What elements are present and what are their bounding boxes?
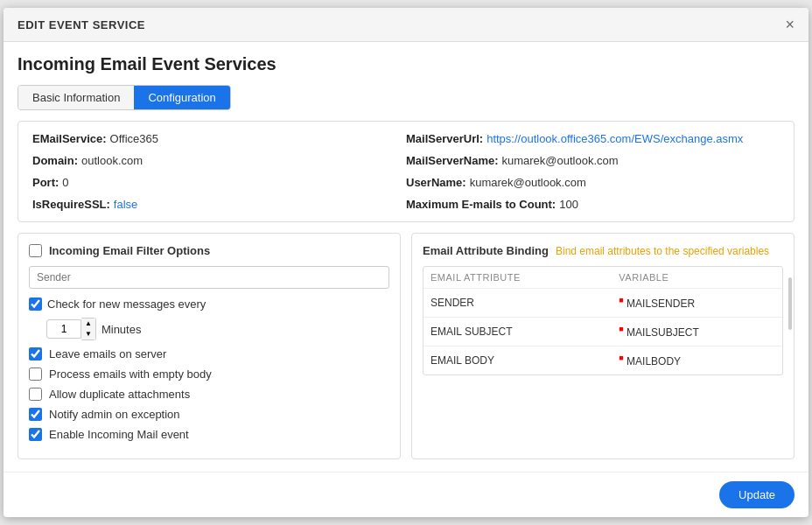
filter-input[interactable] (29, 266, 389, 289)
enable-mail-checkbox[interactable] (29, 428, 42, 441)
check-messages-row: Check for new messages every (29, 298, 389, 311)
right-panel-header: Email Attribute Binding Bind email attri… (423, 244, 783, 257)
notify-admin-label: Notify admin on exception (49, 408, 180, 421)
allow-duplicates-label: Allow duplicate attachments (49, 388, 190, 401)
modal-footer: Update (4, 472, 808, 517)
username-row: UserName: kumarek@outlook.com (406, 176, 780, 189)
enable-mail-label: Enable Incoming Mail event (49, 428, 189, 441)
process-empty-row: Process emails with empty body (29, 368, 389, 381)
notify-admin-row: Notify admin on exception (29, 408, 389, 421)
emailservice-value: Office365 (110, 132, 158, 145)
enable-mail-row: Enable Incoming Mail event (29, 428, 389, 441)
isrequiressl-label: IsRequireSSL: (32, 198, 110, 211)
port-value: 0 (62, 176, 68, 189)
table-row: EMAIL SUBJECT■ MAILSUBJECT (424, 318, 782, 346)
process-empty-label: Process emails with empty body (49, 368, 212, 381)
variable-cell[interactable]: ■ MAILBODY (612, 346, 782, 375)
check-messages-label: Check for new messages every (47, 298, 206, 311)
tab-bar: Basic Information Configuration (18, 85, 231, 110)
isrequiressl-value: false (114, 198, 137, 211)
leave-emails-label: Leave emails on server (49, 347, 166, 360)
maxemails-row: Maximum E-mails to Count: 100 (406, 198, 780, 211)
attribute-cell: SENDER (424, 289, 612, 318)
page-title: Incoming Email Event Services (18, 54, 794, 74)
modal: EDIT EVENT SERVICE × Incoming Email Even… (4, 8, 808, 516)
allow-duplicates-checkbox[interactable] (29, 388, 42, 401)
modal-title: EDIT EVENT SERVICE (18, 18, 145, 32)
spin-down-button[interactable]: ▼ (81, 329, 95, 340)
left-panel-header: Incoming Email Filter Options (29, 244, 389, 257)
mailservername-row: MailServerName: kumarek@outlook.com (406, 154, 780, 167)
allow-duplicates-row: Allow duplicate attachments (29, 388, 389, 401)
emailservice-row: EMailService: Office365 (32, 132, 406, 145)
table-row: EMAIL BODY■ MAILBODY (424, 346, 782, 375)
username-label: UserName: (406, 176, 466, 189)
info-section: EMailService: Office365 MailServerUrl: h… (18, 121, 794, 222)
variable-cell[interactable]: ■ MAILSENDER (612, 289, 782, 318)
check-messages-checkbox[interactable] (29, 298, 42, 311)
username-value: kumarek@outlook.com (470, 176, 586, 189)
mailservername-label: MailServerName: (406, 154, 499, 167)
notify-admin-checkbox[interactable] (29, 408, 42, 421)
update-button[interactable]: Update (719, 481, 794, 508)
right-panel: Email Attribute Binding Bind email attri… (411, 233, 794, 458)
close-button[interactable]: × (785, 17, 794, 32)
port-label: Port: (32, 176, 59, 189)
modal-body: Incoming Email Event Services Basic Info… (4, 42, 808, 471)
domain-value: outlook.com (81, 154, 143, 167)
tab-basic[interactable]: Basic Information (18, 86, 134, 109)
filter-options-checkbox[interactable] (29, 244, 42, 257)
emailservice-label: EMailService: (32, 132, 107, 145)
domain-row: Domain: outlook.com (32, 154, 406, 167)
modal-header: EDIT EVENT SERVICE × (4, 8, 808, 42)
right-panel-subtitle: Bind email attributes to the specified v… (556, 245, 769, 257)
process-empty-checkbox[interactable] (29, 368, 42, 381)
mailserverurl-row: MailServerUrl: https://outlook.office365… (406, 132, 780, 145)
mailserverurl-value: https://outlook.office365.com/EWS/exchan… (486, 132, 743, 145)
leave-emails-row: Leave emails on server (29, 347, 389, 360)
tab-configuration[interactable]: Configuration (134, 86, 229, 109)
left-panel-title: Incoming Email Filter Options (49, 244, 210, 257)
minutes-label: Minutes (102, 323, 142, 336)
minutes-input[interactable] (46, 319, 81, 339)
table-header-row: EMAIL ATTRIBUTE VARIABLE (424, 267, 782, 289)
left-panel: Incoming Email Filter Options Check for … (18, 233, 401, 458)
maxemails-label: Maximum E-mails to Count: (406, 198, 556, 211)
leave-emails-checkbox[interactable] (29, 347, 42, 360)
right-panel-title: Email Attribute Binding (423, 244, 549, 257)
table-row: SENDER■ MAILSENDER (424, 289, 782, 318)
scrollbar[interactable] (788, 277, 792, 330)
domain-label: Domain: (32, 154, 78, 167)
col-variable: VARIABLE (612, 267, 782, 289)
mailserverurl-label: MailServerUrl: (406, 132, 483, 145)
variable-cell[interactable]: ■ MAILSUBJECT (612, 318, 782, 346)
attr-table-wrapper: EMAIL ATTRIBUTE VARIABLE SENDER■ MAILSEN… (423, 266, 783, 375)
minutes-input-wrap: ▲ ▼ Minutes (46, 318, 389, 340)
maxemails-value: 100 (559, 198, 578, 211)
attr-table: EMAIL ATTRIBUTE VARIABLE SENDER■ MAILSEN… (424, 267, 782, 374)
isrequiressl-row: IsRequireSSL: false (32, 198, 406, 211)
attribute-cell: EMAIL BODY (424, 346, 612, 375)
mailservername-value: kumarek@outlook.com (502, 154, 619, 167)
spin-up-button[interactable]: ▲ (81, 318, 95, 329)
col-attribute: EMAIL ATTRIBUTE (424, 267, 612, 289)
attribute-cell: EMAIL SUBJECT (424, 318, 612, 346)
port-row: Port: 0 (32, 176, 406, 189)
bottom-section: Incoming Email Filter Options Check for … (18, 233, 794, 458)
spin-buttons: ▲ ▼ (81, 318, 96, 340)
